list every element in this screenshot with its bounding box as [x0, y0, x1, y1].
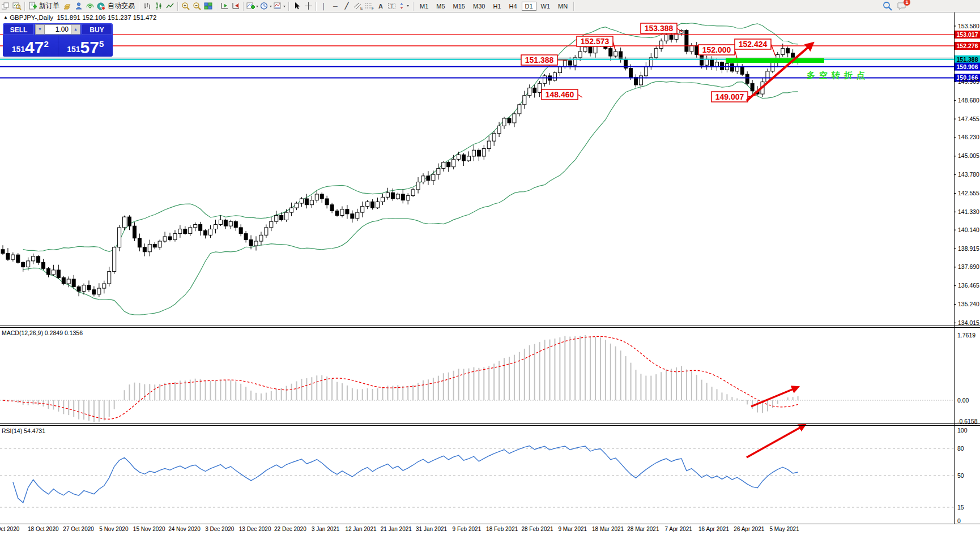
timeframe-m15[interactable]: M15 [450, 2, 468, 11]
buy-price-base: 151 [67, 45, 80, 54]
svg-text:153.388: 153.388 [645, 24, 674, 33]
zoom-out-icon[interactable] [192, 1, 202, 11]
sell-price-base: 151 [12, 45, 25, 54]
timeframe-m30[interactable]: M30 [470, 2, 488, 11]
green-support-zone[interactable] [726, 58, 824, 63]
crosshair-icon[interactable] [303, 1, 313, 11]
volume-down-button[interactable]: ▼ [35, 24, 45, 35]
buy-price[interactable]: 151575 [58, 36, 113, 57]
timeframe-m1[interactable]: M1 [416, 2, 432, 11]
timeframe-m5[interactable]: M5 [433, 2, 448, 11]
svg-text:152.000: 152.000 [702, 45, 731, 54]
sell-button[interactable]: SELL [3, 24, 34, 35]
trend-arrow-3[interactable] [747, 425, 804, 457]
callout-152.000[interactable]: 152.000 [698, 45, 737, 58]
text-tool-icon[interactable]: A [376, 1, 386, 11]
gold-bars-icon[interactable] [62, 1, 73, 11]
callout-152.424[interactable]: 152.424 [735, 39, 776, 56]
window-restore-icon[interactable] [1, 1, 11, 11]
svg-text:145.005: 145.005 [958, 152, 979, 159]
chat-icon[interactable]: 1 [897, 1, 907, 11]
line-chart-type-icon[interactable] [165, 1, 175, 11]
timeframe-d1[interactable]: D1 [522, 2, 536, 11]
new-order-label[interactable]: 新订单 [39, 1, 59, 11]
chart-canvas[interactable]: 多空转折点153.388152.573152.424152.000151.388… [0, 0, 980, 535]
callout-153.388[interactable]: 153.388 [641, 23, 683, 33]
toolbar-separator [177, 2, 178, 11]
toolbar-separator [216, 2, 217, 11]
bollinger-upper-band [23, 23, 798, 252]
buy-button[interactable]: BUY [82, 24, 112, 35]
svg-text:151.388: 151.388 [525, 55, 554, 65]
svg-text:135.240: 135.240 [958, 301, 979, 307]
timeframe-mn[interactable]: MN [555, 2, 571, 11]
volume-input[interactable]: 1.00 [45, 24, 71, 35]
svg-text:149.007: 149.007 [715, 92, 744, 101]
toolbar: 新订单 自动交易 │ ─ ╱ E F A T M1 M5 M1 [0, 0, 980, 12]
horizontal-line-tool-icon[interactable]: ─ [330, 1, 340, 11]
volume-up-button[interactable]: ▲ [71, 24, 80, 35]
autotrading-label[interactable]: 自动交易 [108, 1, 135, 11]
svg-text:143.780: 143.780 [958, 171, 979, 178]
one-click-trading-panel: SELL ▼ 1.00 ▲ BUY 151472 151575 [3, 23, 113, 57]
chart-shift-icon[interactable] [231, 1, 241, 11]
toolbar-separator [243, 2, 244, 11]
period-clock-icon[interactable] [260, 1, 272, 11]
svg-text:153.580: 153.580 [958, 23, 979, 29]
candles [1, 29, 800, 297]
svg-text:148.460: 148.460 [546, 90, 574, 99]
date-label: 28 Mar 2021 [627, 526, 659, 532]
svg-text:137.690: 137.690 [958, 263, 979, 270]
notification-badge: 1 [904, 0, 910, 6]
timeframe-h1[interactable]: H1 [489, 2, 504, 11]
quote-bar: ▲ GBPJPY-,Daily 151.891 152.106 151.237 … [3, 14, 156, 21]
bar-chart-type-icon[interactable] [142, 1, 152, 11]
trader-icon[interactable] [74, 1, 84, 11]
chart-preview-icon[interactable] [12, 1, 22, 11]
text-label-tool-icon[interactable]: T [387, 1, 397, 11]
macd-signal-line [3, 336, 798, 419]
zoom-in-icon[interactable] [181, 1, 191, 11]
timeframe-w1[interactable]: W1 [538, 2, 554, 11]
candlestick-chart-type-icon[interactable] [154, 1, 164, 11]
new-order-icon[interactable] [28, 1, 38, 11]
date-label: 7 Apr 2021 [665, 526, 693, 532]
turning-point-annotation[interactable]: 多空转折点 [807, 70, 869, 80]
trend-arrow-2[interactable] [751, 387, 798, 406]
autotrading-icon[interactable] [96, 1, 106, 11]
sell-price[interactable]: 151472 [3, 36, 58, 57]
svg-text:148.680: 148.680 [958, 97, 979, 104]
toolbar-separator [139, 2, 140, 11]
svg-text:E: E [360, 6, 363, 10]
template-icon[interactable] [274, 1, 286, 11]
search-icon[interactable] [883, 1, 893, 11]
fibonacci-tool-icon[interactable]: F [364, 1, 374, 11]
svg-text:151.388: 151.388 [957, 56, 978, 63]
cursor-icon[interactable] [292, 1, 302, 11]
date-label: 18 Mar 2021 [592, 526, 624, 532]
date-label: 21 Jan 2021 [381, 526, 412, 532]
buy-price-sup: 5 [99, 39, 104, 49]
toolbar-separator [24, 2, 25, 11]
auto-scroll-icon[interactable] [219, 1, 229, 11]
svg-text:F: F [372, 6, 374, 10]
date-label: 24 Nov 2020 [168, 526, 201, 532]
tile-windows-icon[interactable] [203, 1, 214, 11]
callout-149.007[interactable]: 149.007 [711, 92, 756, 102]
timeframe-h4[interactable]: H4 [505, 2, 520, 11]
signal-icon[interactable] [85, 1, 95, 11]
callout-148.460[interactable]: 148.460 [542, 89, 582, 100]
date-label: 5 May 2021 [769, 526, 799, 532]
collapse-icon[interactable]: ▲ [3, 15, 8, 20]
bollinger-lower-band [23, 82, 798, 315]
svg-text:147.455: 147.455 [958, 115, 979, 122]
vertical-line-tool-icon[interactable]: │ [319, 1, 329, 11]
add-indicator-icon[interactable] [246, 1, 259, 11]
svg-text:-0.6158: -0.6158 [957, 418, 978, 425]
callout-151.388[interactable]: 151.388 [521, 55, 568, 65]
trend-arrow-1[interactable] [747, 44, 812, 101]
date-label: 27 Oct 2020 [63, 526, 94, 532]
channel-tool-icon[interactable]: E [353, 1, 363, 11]
arrows-tool-icon[interactable] [398, 1, 411, 11]
trendline-tool-icon[interactable]: ╱ [342, 1, 352, 11]
